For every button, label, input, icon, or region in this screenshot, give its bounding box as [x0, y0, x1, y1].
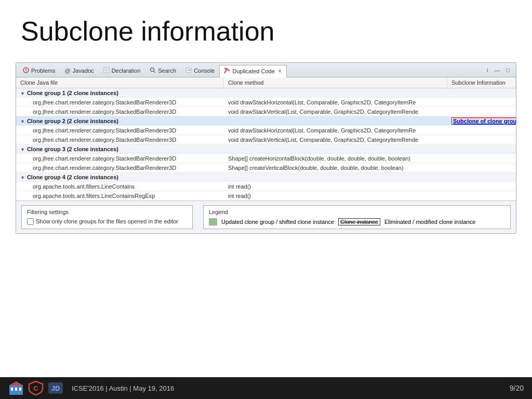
row-5-method: void drawStackVertical(List, Comparable,…	[224, 136, 447, 144]
uni-logo-3: JD	[48, 380, 63, 396]
svg-point-2	[25, 71, 26, 72]
tab-duplicated-close[interactable]: ✕	[278, 69, 282, 74]
maximize-button[interactable]: □	[504, 66, 512, 74]
row-10-file: org.apache.tools.ant.filters.LineContain…	[16, 182, 224, 191]
table-row: org.apache.tools.ant.filters.LineContain…	[16, 191, 516, 201]
legend-items: Updated clone group / shifted clone inst…	[209, 218, 505, 225]
page-title: Subclone information	[0, 0, 532, 57]
col-header-subclone: Subclone Information	[447, 77, 516, 88]
legend: Legend Updated clone group / shifted clo…	[203, 205, 511, 229]
subclone-link[interactable]: Subclone of clone group 1	[451, 117, 516, 125]
svg-text:C: C	[33, 384, 38, 392]
row-3-subclone[interactable]: Subclone of clone group 1	[447, 117, 516, 125]
uni-logo-2: C	[28, 380, 44, 396]
row-2-subclone	[447, 111, 516, 113]
tab-problems-label: Problems	[31, 68, 55, 74]
tab-bar-actions: i — □	[485, 66, 514, 74]
row-7-file: org.jfree.chart.renderer.category.Stacke…	[16, 154, 224, 163]
tab-declaration-icon	[103, 67, 110, 74]
legend-green-box	[209, 218, 217, 225]
tab-declaration[interactable]: Declaration	[99, 64, 145, 77]
row-2-file: org.jfree.chart.renderer.category.Stacke…	[16, 108, 224, 116]
row-4-subclone	[447, 129, 516, 131]
row-9-file: ▼Clone group 4 (2 clone instances)	[16, 173, 224, 181]
table-row: org.jfree.chart.renderer.category.Stacke…	[16, 154, 516, 163]
row-5-file: org.jfree.chart.renderer.category.Stacke…	[16, 136, 224, 144]
tab-problems-icon	[23, 67, 29, 74]
legend-updated-label: Updated clone group / shifted clone inst…	[221, 219, 334, 225]
tab-duplicated[interactable]: Duplicated Code✕	[219, 65, 286, 77]
table-row: org.jfree.chart.renderer.category.Stacke…	[16, 126, 516, 135]
table-row: org.jfree.chart.renderer.category.Stacke…	[16, 163, 516, 172]
tab-javadoc-icon: @	[64, 68, 70, 74]
tab-duplicated-icon	[224, 68, 230, 75]
tab-search-icon	[150, 67, 156, 74]
row-8-method: Shape[] createVerticalBlock(double, doub…	[224, 164, 447, 172]
filtering-checkbox[interactable]	[27, 218, 34, 225]
svg-rect-11	[189, 70, 190, 71]
group-triangle: ▼	[20, 175, 25, 180]
table-row[interactable]: ▼Clone group 1 (2 clone instances)	[16, 88, 516, 98]
legend-strikethrough: Clone instance	[338, 218, 380, 225]
row-6-subclone	[447, 148, 516, 150]
row-9-subclone	[447, 176, 516, 178]
tab-javadoc-label: Javadoc	[73, 68, 94, 74]
row-1-file: org.jfree.chart.renderer.category.Stacke…	[16, 98, 224, 107]
info-button[interactable]: i	[485, 66, 490, 74]
col-header-method: Clone method	[224, 77, 447, 88]
row-6-method	[224, 148, 447, 150]
table-row[interactable]: ▼Clone group 2 (2 clone instances)Subclo…	[16, 116, 516, 126]
row-0-file: ▼Clone group 1 (2 clone instances)	[16, 89, 224, 97]
row-4-method: void drawStackHorizontal(List, Comparabl…	[224, 126, 447, 135]
footer-logos: C JD	[8, 380, 63, 396]
filtering-title: Filtering settings	[27, 209, 187, 215]
svg-text:JD: JD	[51, 384, 60, 392]
group-triangle: ▼	[20, 91, 25, 96]
svg-point-7	[151, 68, 154, 72]
row-7-method: Shape[] createHorizontalBlock(double, do…	[224, 154, 447, 163]
row-10-subclone	[447, 185, 516, 188]
legend-eliminated-label: Eliminated / modified clone instance	[384, 219, 475, 225]
row-7-subclone	[447, 157, 516, 159]
filtering-checkbox-label[interactable]: Show only clone groups for the files ope…	[27, 218, 187, 225]
tab-problems[interactable]: Problems	[18, 64, 60, 77]
row-1-method: void drawStackHorizontal(List, Comparabl…	[224, 98, 447, 107]
row-10-method: int read()	[224, 182, 447, 191]
table-row: org.apache.tools.ant.filters.LineContain…	[16, 182, 516, 191]
row-0-method	[224, 92, 447, 94]
row-8-subclone	[447, 167, 516, 169]
row-0-subclone	[447, 92, 516, 94]
tab-console[interactable]: Console	[181, 64, 219, 77]
svg-rect-16	[15, 388, 17, 391]
row-3-file: ▼Clone group 2 (2 clone instances)	[16, 117, 224, 125]
tab-search[interactable]: Search	[145, 64, 181, 77]
row-4-file: org.jfree.chart.renderer.category.Stacke…	[16, 126, 224, 135]
tabs-container: Problems@JavadocDeclarationSearchConsole…	[18, 63, 287, 77]
table-row[interactable]: ▼Clone group 4 (2 clone instances)	[16, 172, 516, 182]
row-11-subclone	[447, 195, 516, 197]
footer-page: 9/20	[510, 384, 524, 392]
table-row: org.jfree.chart.renderer.category.Stacke…	[16, 107, 516, 116]
table-row: org.jfree.chart.renderer.category.Stacke…	[16, 135, 516, 144]
tab-javadoc[interactable]: @Javadoc	[60, 64, 98, 77]
row-11-method: int read()	[224, 192, 447, 200]
col-headers: Clone Java file Clone method Subclone In…	[16, 77, 516, 88]
footer: C JD ICSE'2016 | Austin | May 19, 2016 9…	[0, 377, 532, 399]
tab-console-label: Console	[194, 68, 215, 74]
row-11-file: org.apache.tools.ant.filters.LineContain…	[16, 192, 224, 200]
tab-bar: Problems@JavadocDeclarationSearchConsole…	[16, 63, 516, 77]
table-row[interactable]: ▼Clone group 3 (2 clone instances)	[16, 144, 516, 154]
minimize-button[interactable]: —	[492, 66, 502, 74]
table-row: org.jfree.chart.renderer.category.Stacke…	[16, 98, 516, 107]
legend-title: Legend	[209, 209, 505, 215]
table-body: ▼Clone group 1 (2 clone instances)org.jf…	[16, 88, 516, 201]
svg-rect-15	[11, 388, 13, 391]
row-1-subclone	[447, 101, 516, 103]
eclipse-panel: Problems@JavadocDeclarationSearchConsole…	[16, 62, 516, 234]
svg-marker-18	[9, 381, 23, 385]
row-5-subclone	[447, 139, 516, 141]
table-area: Clone Java file Clone method Subclone In…	[16, 77, 516, 201]
uni-logo-1	[8, 380, 24, 396]
filtering-settings: Filtering settings Show only clone group…	[21, 205, 193, 229]
footer-text: ICSE'2016 | Austin | May 19, 2016	[72, 384, 174, 392]
